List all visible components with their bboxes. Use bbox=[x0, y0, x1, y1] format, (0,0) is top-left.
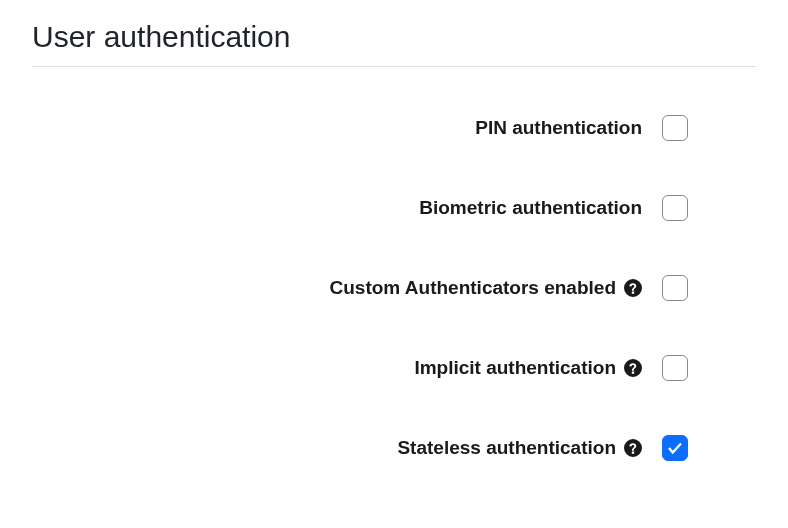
checkbox-pin[interactable] bbox=[662, 115, 688, 141]
option-row-stateless: Stateless authentication bbox=[32, 435, 756, 461]
checkbox-stateless[interactable] bbox=[662, 435, 688, 461]
section-title: User authentication bbox=[32, 20, 756, 67]
option-label-wrap: Implicit authentication bbox=[414, 357, 642, 379]
auth-options-list: PIN authentication Biometric authenticat… bbox=[32, 115, 756, 461]
checkbox-biometric[interactable] bbox=[662, 195, 688, 221]
option-label-wrap: Stateless authentication bbox=[397, 437, 642, 459]
help-icon[interactable] bbox=[624, 439, 642, 457]
option-label-wrap: Custom Authenticators enabled bbox=[330, 277, 642, 299]
help-icon[interactable] bbox=[624, 359, 642, 377]
option-label-wrap: PIN authentication bbox=[475, 117, 642, 139]
option-row-biometric: Biometric authentication bbox=[32, 195, 756, 221]
option-row-implicit: Implicit authentication bbox=[32, 355, 756, 381]
option-row-pin: PIN authentication bbox=[32, 115, 756, 141]
option-label-biometric: Biometric authentication bbox=[419, 197, 642, 219]
help-icon[interactable] bbox=[624, 279, 642, 297]
option-label-custom: Custom Authenticators enabled bbox=[330, 277, 616, 299]
option-label-implicit: Implicit authentication bbox=[414, 357, 616, 379]
check-icon bbox=[666, 439, 684, 457]
option-label-stateless: Stateless authentication bbox=[397, 437, 616, 459]
option-label-wrap: Biometric authentication bbox=[419, 197, 642, 219]
checkbox-implicit[interactable] bbox=[662, 355, 688, 381]
option-row-custom: Custom Authenticators enabled bbox=[32, 275, 756, 301]
option-label-pin: PIN authentication bbox=[475, 117, 642, 139]
checkbox-custom[interactable] bbox=[662, 275, 688, 301]
